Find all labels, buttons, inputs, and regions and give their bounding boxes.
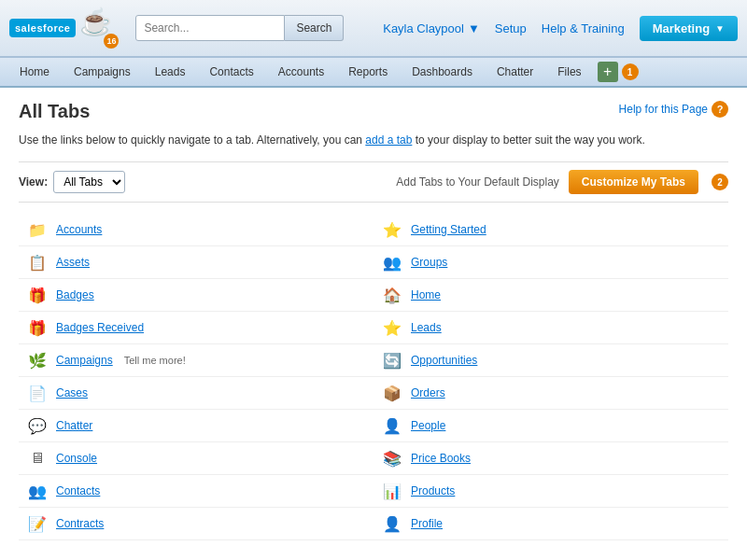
console-link[interactable]: Console xyxy=(56,452,97,465)
assets-link[interactable]: Assets xyxy=(56,256,90,269)
list-item: 📋 Assets xyxy=(19,246,374,279)
list-item: 📦 Orders xyxy=(374,377,728,410)
tab-chatter[interactable]: Chatter xyxy=(485,59,545,85)
contracts-link[interactable]: Contracts xyxy=(56,517,104,530)
list-item: 🎁 Badges Received xyxy=(19,312,374,344)
tab-reports[interactable]: Reports xyxy=(336,59,400,85)
customize-tabs-button[interactable]: Customize My Tabs xyxy=(569,170,698,194)
people-icon: 👤 xyxy=(381,414,403,437)
badges-icon: 🎁 xyxy=(26,284,49,306)
list-item: 👤 Profile xyxy=(374,508,728,540)
list-item: 🎁 Badges xyxy=(19,279,374,312)
page-title: All Tabs xyxy=(19,101,90,122)
cases-icon: 📄 xyxy=(26,382,49,404)
tab-dashboards[interactable]: Dashboards xyxy=(400,59,485,85)
leads-link[interactable]: Leads xyxy=(411,321,442,334)
home-link[interactable]: Home xyxy=(411,288,441,301)
tabs-grid: 📁 Accounts ⭐ Getting Started 📋 Assets 👥 … xyxy=(19,214,728,540)
orders-link[interactable]: Orders xyxy=(411,386,445,399)
badges-received-link[interactable]: Badges Received xyxy=(56,321,144,334)
list-item: 📊 Products xyxy=(374,475,728,508)
search-area: Search xyxy=(135,15,344,41)
tab-files[interactable]: Files xyxy=(545,59,593,85)
products-link[interactable]: Products xyxy=(411,484,455,497)
add-tabs-text: Add Tabs to Your Default Display xyxy=(396,175,559,189)
main-content: All Tabs Help for this Page ? Use the li… xyxy=(0,88,747,560)
search-button[interactable]: Search xyxy=(285,15,344,41)
nav-badge: 1 xyxy=(622,63,639,80)
user-name[interactable]: Kayla Claypool ▼ xyxy=(383,21,480,35)
chatter-link[interactable]: Chatter xyxy=(56,419,92,432)
assets-icon: 📋 xyxy=(26,251,49,273)
opportunities-icon: 🔄 xyxy=(381,349,403,371)
products-icon: 📊 xyxy=(381,480,403,502)
console-icon: 🖥 xyxy=(26,447,49,469)
tab-home[interactable]: Home xyxy=(7,59,62,85)
list-item: 💬 Chatter xyxy=(19,410,374,442)
tab-contacts[interactable]: Contacts xyxy=(197,59,265,85)
logo-area: salesforce ☕ 16 xyxy=(9,9,117,47)
profile-icon: 👤 xyxy=(381,512,403,535)
list-item: ⭐ Getting Started xyxy=(374,214,728,246)
getting-started-icon: ⭐ xyxy=(381,218,403,241)
cases-link[interactable]: Cases xyxy=(56,386,88,399)
contacts-link[interactable]: Contacts xyxy=(56,484,100,497)
marketing-dropdown-icon: ▼ xyxy=(715,23,725,34)
add-tab-button[interactable]: + xyxy=(598,62,618,82)
chatter-icon: 💬 xyxy=(26,414,49,437)
price-books-link[interactable]: Price Books xyxy=(411,452,471,465)
badges-link[interactable]: Badges xyxy=(56,288,94,301)
campaigns-icon: 🌿 xyxy=(26,349,49,371)
list-item: 📝 Contracts xyxy=(19,508,374,540)
header-nav: Kayla Claypool ▼ Setup Help & Training M… xyxy=(383,16,738,41)
setup-link[interactable]: Setup xyxy=(495,21,527,35)
list-item: 📚 Price Books xyxy=(374,442,728,475)
tab-leads[interactable]: Leads xyxy=(143,59,198,85)
list-item: 🌿 Campaigns Tell me more! xyxy=(19,344,374,377)
contracts-icon: 📝 xyxy=(26,512,49,535)
add-tab-link[interactable]: add a tab xyxy=(365,133,412,147)
home-icon: 🏠 xyxy=(381,284,403,306)
opportunities-link[interactable]: Opportunities xyxy=(411,354,477,367)
search-input[interactable] xyxy=(135,15,285,41)
nav-tabs: Home Campaigns Leads Contacts Accounts R… xyxy=(0,58,747,88)
profile-link[interactable]: Profile xyxy=(411,517,443,530)
list-item: 📁 Accounts xyxy=(19,214,374,246)
description: Use the links below to quickly navigate … xyxy=(19,132,728,148)
contacts-icon: 👥 xyxy=(26,480,49,502)
tab-accounts[interactable]: Accounts xyxy=(266,59,336,85)
help-page-link[interactable]: Help for this Page ? xyxy=(619,101,728,118)
list-item: 📄 Cases xyxy=(19,377,374,410)
marketing-button[interactable]: Marketing ▼ xyxy=(640,16,738,41)
customize-badge: 2 xyxy=(712,174,728,190)
leads-icon: ⭐ xyxy=(381,316,403,339)
badges-received-icon: 🎁 xyxy=(26,316,49,339)
view-right: Add Tabs to Your Default Display Customi… xyxy=(396,170,728,194)
campaigns-link[interactable]: Campaigns xyxy=(56,354,113,367)
tab-campaigns[interactable]: Campaigns xyxy=(62,59,143,85)
list-item: 👥 Contacts xyxy=(19,475,374,508)
list-item: 🔄 Opportunities xyxy=(374,344,728,377)
accounts-icon: 📁 xyxy=(26,218,49,241)
logo-badge: 16 xyxy=(104,34,119,49)
people-link[interactable]: People xyxy=(411,419,445,432)
groups-link[interactable]: Groups xyxy=(411,256,447,269)
help-training-link[interactable]: Help & Training xyxy=(542,21,625,35)
view-label: View: xyxy=(19,175,48,189)
list-item: 🏠 Home xyxy=(374,279,728,312)
chevron-down-icon: ▼ xyxy=(468,21,480,35)
header: salesforce ☕ 16 Search Kayla Claypool ▼ … xyxy=(0,0,747,58)
page-header: All Tabs Help for this Page ? xyxy=(19,101,728,122)
price-books-icon: 📚 xyxy=(381,447,403,469)
list-item: 👥 Groups xyxy=(374,246,728,279)
view-row: View: All Tabs Add Tabs to Your Default … xyxy=(19,161,728,203)
list-item: 🖥 Console xyxy=(19,442,374,475)
coffee-logo: ☕ 16 xyxy=(79,9,117,47)
list-item: 👤 People xyxy=(374,410,728,442)
help-icon: ? xyxy=(712,101,728,118)
salesforce-logo: salesforce xyxy=(9,19,76,37)
list-item: ⭐ Leads xyxy=(374,312,728,344)
getting-started-link[interactable]: Getting Started xyxy=(411,223,486,236)
accounts-link[interactable]: Accounts xyxy=(56,223,102,236)
view-select[interactable]: All Tabs xyxy=(53,171,125,193)
